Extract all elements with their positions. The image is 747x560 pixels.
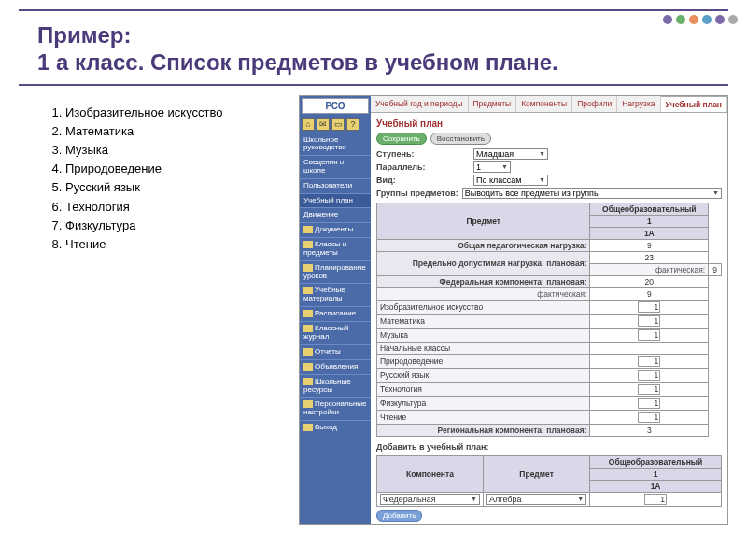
sidebar-item[interactable]: Учебный план	[300, 193, 371, 208]
sidebar-item[interactable]: Движение	[300, 207, 371, 222]
sidebar-item[interactable]: Расписание	[300, 306, 371, 321]
restore-button[interactable]: Восстановить	[430, 133, 491, 145]
tab[interactable]: Нагрузка	[617, 96, 660, 112]
mail-icon[interactable]: ✉	[317, 118, 330, 131]
parallel-select[interactable]: 1▼	[473, 161, 511, 173]
sidebar-item[interactable]: Классный журнал	[300, 321, 371, 344]
add-button[interactable]: Добавить	[376, 510, 422, 522]
hours-input[interactable]: 1	[638, 329, 660, 341]
tab[interactable]: Учебный год и периоды	[371, 96, 469, 112]
tab[interactable]: Учебный план	[661, 96, 727, 112]
list-item: Чтение	[65, 236, 299, 253]
sidebar-item[interactable]: Документы	[300, 222, 371, 237]
list-item: Изобразительное искусство	[65, 105, 299, 121]
doc-icon[interactable]: ▭	[331, 118, 345, 131]
list-item: Технология	[65, 199, 299, 216]
sidebar-item[interactable]: Планирование уроков	[300, 260, 371, 284]
add-table: КомпонентаПредметОбщеобразовательный 1 1…	[376, 455, 722, 507]
groups-select[interactable]: Выводить все предметы из группы▼	[462, 188, 722, 199]
subject-name: Изобразительное искусство	[376, 300, 590, 314]
app-logo: РСО	[302, 98, 369, 114]
hours-input[interactable]: 1	[638, 398, 660, 409]
hours-input[interactable]: 1	[638, 301, 660, 313]
slide-decoration	[663, 15, 738, 24]
sidebar: РСО ⌂ ✉ ▭ ? Школьное руководствоСведения…	[300, 96, 371, 524]
help-icon[interactable]: ?	[346, 118, 359, 131]
vid-select[interactable]: По классам▼	[473, 175, 548, 186]
subject-name: Физкультура	[376, 396, 590, 410]
tab[interactable]: Профили	[572, 96, 617, 112]
subject-name: Русский язык	[376, 368, 590, 382]
hours-input[interactable]: 1	[638, 356, 660, 367]
sidebar-item[interactable]: Объявления	[300, 359, 371, 374]
tab-bar: Учебный год и периодыПредметыКомпонентыП…	[371, 96, 727, 113]
sidebar-item[interactable]: Классы и предметы	[300, 237, 371, 260]
list-item: Русский язык	[65, 179, 299, 196]
hours-input[interactable]: 1	[638, 384, 660, 395]
sidebar-item[interactable]: Школьное руководство	[300, 133, 371, 156]
hours-input[interactable]: 1	[638, 412, 660, 423]
hours-input[interactable]: 1	[638, 370, 660, 381]
add-hours-input[interactable]: 1	[644, 494, 667, 505]
tab[interactable]: Предметы	[469, 96, 517, 112]
subject-name: Начальные классы	[376, 342, 590, 354]
curriculum-table: ПредметОбщеобразовательный 1 1А Общая пе…	[376, 203, 722, 437]
add-section-title: Добавить в учебный план:	[376, 442, 722, 452]
tab[interactable]: Компоненты	[516, 96, 572, 112]
subject-name: Природоведение	[376, 354, 590, 368]
slide-title: Пример:1 а класс. Список предметов в уче…	[0, 11, 747, 84]
add-subject-select[interactable]: Алгебра▼	[486, 494, 586, 505]
hours-input[interactable]: 1	[638, 315, 660, 327]
sidebar-item[interactable]: Персональные настройки	[300, 397, 371, 420]
panel-title: Учебный план	[376, 117, 722, 133]
sidebar-item[interactable]: Учебные материалы	[300, 283, 371, 306]
sidebar-item[interactable]: Выход	[300, 420, 371, 435]
list-item: Музыка	[65, 142, 299, 159]
sidebar-item[interactable]: Отчеты	[300, 344, 371, 359]
list-item: Природоведение	[65, 161, 299, 177]
stupen-select[interactable]: Младшая▼	[473, 148, 548, 160]
sidebar-item[interactable]: Сведения о школе	[300, 155, 371, 178]
subject-name: Музыка	[376, 328, 590, 342]
sidebar-item[interactable]: Пользователи	[300, 178, 371, 193]
subject-name: Математика	[376, 314, 590, 328]
subject-name: Чтение	[376, 410, 590, 424]
sidebar-item[interactable]: Школьные ресурсы	[300, 374, 371, 398]
add-component-select[interactable]: Федеральная▼	[380, 494, 480, 505]
subject-list: Изобразительное искусствоМатематикаМузык…	[37, 95, 299, 525]
list-item: Математика	[65, 123, 299, 140]
home-icon[interactable]: ⌂	[302, 118, 315, 131]
app-window: РСО ⌂ ✉ ▭ ? Школьное руководствоСведения…	[299, 95, 728, 525]
subject-name: Технология	[376, 382, 590, 396]
list-item: Физкультура	[65, 217, 299, 234]
toolbar-icons[interactable]: ⌂ ✉ ▭ ?	[300, 116, 371, 133]
save-button[interactable]: Сохранить	[376, 133, 427, 145]
